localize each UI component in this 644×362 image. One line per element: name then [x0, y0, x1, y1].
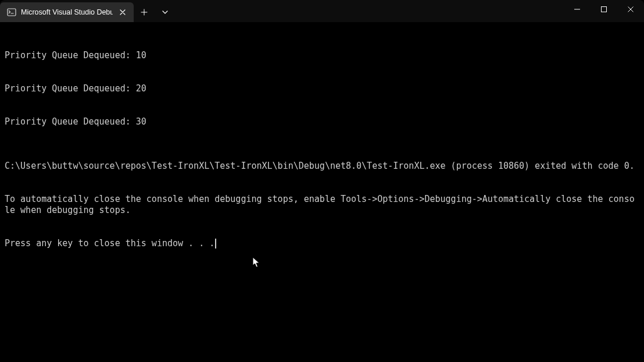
exit-message: C:\Users\buttw\source\repos\Test-IronXL\… [5, 161, 639, 172]
terminal-output: Priority Queue Dequeued: 10 Priority Que… [5, 28, 639, 271]
close-button[interactable] [617, 0, 644, 19]
tabs-area: Microsoft Visual Studio Debug [0, 0, 134, 22]
output-line: Priority Queue Dequeued: 30 [5, 116, 639, 127]
terminal-window: Microsoft Visual Studio Debug [0, 0, 644, 362]
tab-close-button[interactable] [117, 7, 128, 17]
tab-title: Microsoft Visual Studio Debug [21, 8, 113, 16]
terminal-app-icon [7, 8, 16, 17]
terminal-body[interactable]: Priority Queue Dequeued: 10 Priority Que… [0, 22, 644, 362]
tab-active[interactable]: Microsoft Visual Studio Debug [0, 2, 134, 22]
output-line: Priority Queue Dequeued: 20 [5, 83, 639, 94]
minimize-button[interactable] [564, 0, 591, 19]
text-cursor [215, 239, 216, 249]
tab-actions [134, 0, 176, 22]
svg-rect-0 [8, 9, 16, 16]
prompt-line: Press any key to close this window . . . [5, 238, 639, 249]
window-controls [564, 0, 644, 22]
titlebar-drag-region[interactable] [176, 0, 564, 22]
new-tab-button[interactable] [134, 2, 155, 22]
titlebar: Microsoft Visual Studio Debug [0, 0, 644, 22]
output-line: Priority Queue Dequeued: 10 [5, 50, 639, 61]
tab-dropdown-button[interactable] [155, 2, 176, 22]
maximize-button[interactable] [591, 0, 617, 19]
prompt-text: Press any key to close this window . . . [5, 238, 214, 249]
hint-message: To automatically close the console when … [5, 194, 639, 216]
svg-rect-3 [602, 7, 607, 12]
